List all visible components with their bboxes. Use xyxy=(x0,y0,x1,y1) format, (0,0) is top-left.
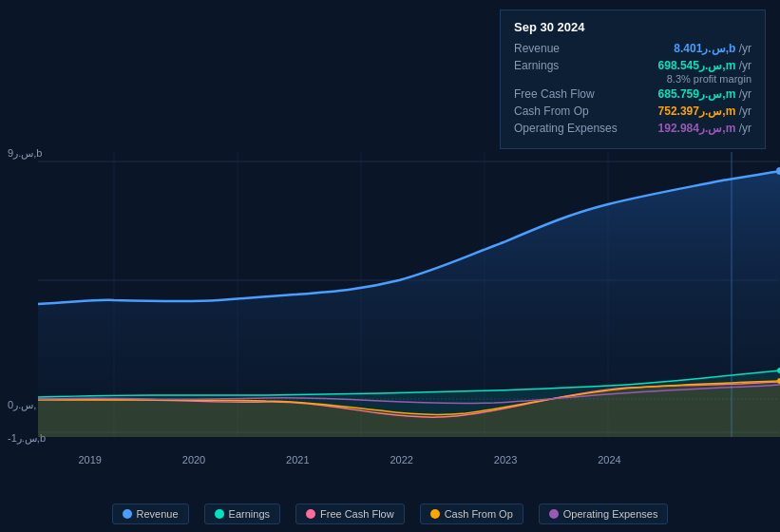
tooltip-row-value: 752.397س.ر,m /yr xyxy=(658,104,751,118)
x-label-2024: 2024 xyxy=(598,454,620,466)
x-label-2021: 2021 xyxy=(286,454,309,466)
chart-container: Sep 30 2024 Revenue 8.401س.ر,b /yr Earni… xyxy=(0,0,780,532)
legend-dot xyxy=(430,509,440,519)
x-label-2019: 2019 xyxy=(78,454,101,466)
legend-item[interactable]: Cash From Op xyxy=(420,504,523,524)
legend-label: Operating Expenses xyxy=(563,508,658,520)
legend-item[interactable]: Revenue xyxy=(112,504,189,524)
tooltip-row: Cash From Op 752.397س.ر,m /yr xyxy=(514,104,751,118)
x-label-2022: 2022 xyxy=(390,454,412,466)
legend-label: Revenue xyxy=(137,508,179,520)
x-axis: 2019 2020 2021 2022 2023 2024 xyxy=(0,454,780,466)
tooltip-row: Free Cash Flow 685.759س.ر,m /yr xyxy=(514,87,751,101)
tooltip-row: Operating Expenses 192.984س.ر,m /yr xyxy=(514,122,751,135)
tooltip-row-label: Operating Expenses xyxy=(514,122,618,135)
tooltip-date: Sep 30 2024 xyxy=(514,20,751,34)
legend-item[interactable]: Free Cash Flow xyxy=(295,504,405,524)
x-label-2020: 2020 xyxy=(182,454,205,466)
legend-dot xyxy=(215,509,224,519)
tooltip-row-value: 685.759س.ر,m /yr xyxy=(658,87,751,101)
legend-dot xyxy=(306,509,315,519)
tooltip-row-label: Free Cash Flow xyxy=(514,87,595,101)
legend-item[interactable]: Earnings xyxy=(204,504,280,524)
legend-dot xyxy=(123,509,132,519)
tooltip-box: Sep 30 2024 Revenue 8.401س.ر,b /yr Earni… xyxy=(500,10,766,149)
legend-label: Earnings xyxy=(229,508,270,520)
legend-dot xyxy=(549,509,559,519)
tooltip-row-value: 192.984س.ر,m /yr xyxy=(658,122,751,135)
legend-label: Free Cash Flow xyxy=(320,508,394,520)
tooltip-rows: Revenue 8.401س.ر,b /yr Earnings 698.545س… xyxy=(514,42,751,135)
tooltip-row: Revenue 8.401س.ر,b /yr xyxy=(514,42,751,55)
tooltip-row-sub: 8.3% profit margin xyxy=(514,73,751,85)
tooltip-row-label: Earnings xyxy=(514,59,559,72)
tooltip-row: Earnings 698.545س.ر,m /yr xyxy=(514,59,751,72)
chart-legend: Revenue Earnings Free Cash Flow Cash Fro… xyxy=(0,504,780,524)
x-label-2023: 2023 xyxy=(494,454,517,466)
legend-label: Cash From Op xyxy=(445,508,513,520)
legend-item[interactable]: Operating Expenses xyxy=(539,504,669,524)
tooltip-row-value: 8.401س.ر,b /yr xyxy=(674,42,751,55)
tooltip-row-label: Cash From Op xyxy=(514,104,589,118)
tooltip-row-label: Revenue xyxy=(514,42,560,55)
tooltip-row-value: 698.545س.ر,m /yr xyxy=(658,59,751,72)
